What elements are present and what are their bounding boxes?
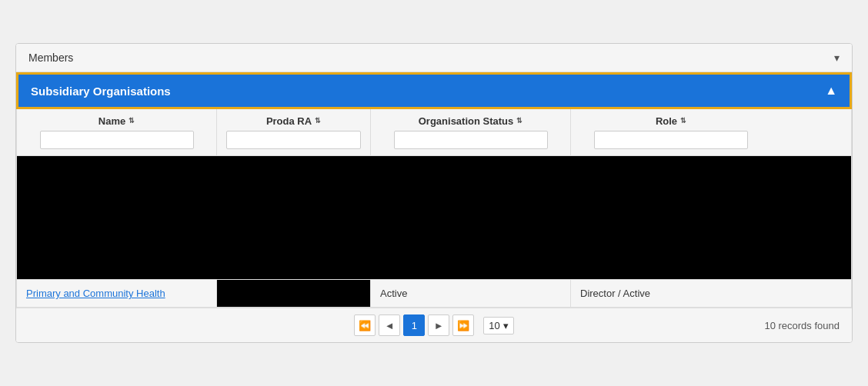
name-link[interactable]: Primary and Community Health [26, 288, 165, 299]
role-value: Director / Active [580, 288, 650, 299]
col-proda-filter-input[interactable] [226, 131, 361, 149]
table-data-area [17, 156, 851, 279]
subsidiary-title: Subsidiary Organisations [31, 85, 171, 98]
col-org-status-sort-icon[interactable]: ⇅ [516, 118, 522, 125]
subsidiary-chevron-icon: ▲ [825, 84, 837, 98]
col-role-label: Role [656, 115, 677, 127]
pagination-prev-button[interactable]: ◄ [379, 314, 400, 336]
last-icon: ⏩ [457, 320, 469, 331]
members-section-header[interactable]: Members ▾ [16, 44, 852, 72]
col-name-filter-input[interactable] [40, 131, 194, 149]
col-role-filter-input[interactable] [594, 131, 748, 149]
table-row: Primary and Community Health Active Dire… [17, 279, 851, 307]
pagination-last-button[interactable]: ⏩ [452, 314, 474, 336]
td-name: Primary and Community Health [17, 280, 217, 307]
col-proda-sort-icon[interactable]: ⇅ [315, 118, 321, 125]
col-org-status-label: Organisation Status [419, 115, 514, 127]
pagination-row: ⏪ ◄ 1 ► ⏩ 10 ▾ 10 records found [16, 308, 852, 342]
col-name-sort-icon[interactable]: ⇅ [129, 118, 135, 125]
main-container: Members ▾ Subsidiary Organisations ▲ Nam… [15, 43, 853, 343]
col-proda-label: Proda RA [266, 115, 312, 127]
next-icon: ► [434, 320, 444, 331]
td-org-status: Active [371, 280, 571, 307]
members-title: Members [28, 52, 73, 64]
page-1-label: 1 [412, 320, 417, 331]
table-wrapper: Name ⇅ Proda RA ⇅ Organisation Status ⇅ [16, 109, 852, 308]
pagination-first-button[interactable]: ⏪ [354, 314, 376, 336]
per-page-dropdown-icon: ▾ [503, 320, 509, 331]
td-proda [217, 280, 371, 307]
first-icon: ⏪ [359, 320, 371, 331]
records-found-label: 10 records found [764, 320, 840, 331]
pagination-page-1-button[interactable]: 1 [403, 314, 425, 336]
td-role: Director / Active [571, 280, 771, 307]
per-page-value: 10 [489, 320, 499, 331]
pagination-records-found: 10 records found [514, 320, 840, 331]
col-name-label: Name [98, 115, 125, 127]
org-status-value: Active [380, 288, 407, 299]
col-proda: Proda RA ⇅ [217, 109, 371, 155]
table-header-row: Name ⇅ Proda RA ⇅ Organisation Status ⇅ [17, 109, 851, 156]
col-role-sort-icon[interactable]: ⇅ [680, 118, 686, 125]
col-org-status: Organisation Status ⇅ [371, 109, 571, 155]
subsidiary-section-header[interactable]: Subsidiary Organisations ▲ [16, 72, 852, 109]
col-name: Name ⇅ [17, 109, 217, 155]
pagination-center: ⏪ ◄ 1 ► ⏩ 10 ▾ [354, 314, 513, 336]
pagination-next-button[interactable]: ► [428, 314, 449, 336]
prev-icon: ◄ [385, 320, 395, 331]
members-chevron-icon: ▾ [834, 52, 840, 64]
col-role: Role ⇅ [571, 109, 771, 155]
per-page-dropdown[interactable]: 10 ▾ [483, 317, 513, 334]
col-org-status-filter-input[interactable] [394, 131, 548, 149]
